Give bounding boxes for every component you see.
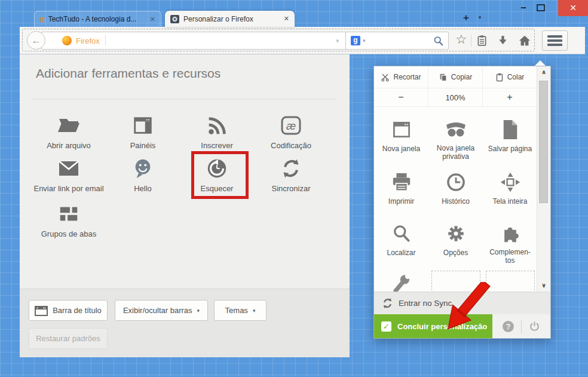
checkbox-check-icon: ✓	[381, 321, 391, 332]
palette-item-abrir-arquivo[interactable]: Abrir arquivo	[32, 112, 106, 151]
addons-icon	[483, 220, 537, 247]
menu-item-opcoes[interactable]: Opções	[428, 220, 483, 258]
close-button[interactable]: ✕	[558, 0, 588, 16]
sync-sign-in[interactable]: Entrar no Sync	[374, 292, 550, 314]
search-engine-caret-icon[interactable]: ▾	[363, 38, 366, 44]
find-icon	[374, 220, 428, 247]
scissors-icon	[381, 73, 390, 82]
palette-item-enviar-email[interactable]: Enviar link por email	[32, 155, 106, 194]
sync-icon	[382, 298, 393, 309]
url-separator	[105, 35, 106, 46]
maximize-button[interactable]	[537, 4, 545, 11]
tab-personalizar[interactable]: Personalizar o Firefox ✕	[165, 11, 295, 27]
save-page-icon	[483, 117, 537, 143]
scrollbar-thumb[interactable]	[539, 81, 548, 203]
menu-item-imprimir[interactable]: Imprimir	[374, 169, 428, 206]
toggle-toolbars-button[interactable]: Exibir/ocultar barras ▾	[115, 300, 208, 321]
customize-tab-favicon-icon	[170, 15, 179, 23]
zoom-level[interactable]: 100%	[428, 88, 482, 106]
tab-techtudo[interactable]: tt TechTudo - A tecnologia d... ✕	[34, 11, 161, 27]
scroll-up-icon[interactable]: ∧	[537, 69, 550, 75]
titlebar-button[interactable]: Barra de título	[29, 300, 108, 321]
folder-icon	[32, 112, 106, 139]
palette-item-inscrever[interactable]: Inscrever	[180, 112, 254, 151]
tab-list-caret-icon[interactable]: ▾	[475, 14, 485, 20]
sync-icon	[254, 155, 328, 182]
tab-groups-icon	[32, 200, 106, 228]
cut-button[interactable]: Recortar	[374, 66, 428, 88]
private-window-icon	[428, 117, 483, 143]
firefox-window: – ✕ tt TechTudo - A tecnologia d... ✕ Pe…	[0, 0, 588, 377]
menu-item-localizar[interactable]: Localizar	[374, 220, 428, 258]
tab-title: Personalizar o Firefox	[183, 15, 280, 23]
download-icon[interactable]	[495, 33, 510, 48]
palette-item-hello[interactable]: Hello	[106, 155, 180, 194]
url-bar[interactable]: Firefox ▾ ↻	[41, 32, 360, 50]
edit-controls-row: Recortar Copiar Colar	[374, 66, 537, 88]
palette-item-esquecer[interactable]: Esquecer	[180, 155, 254, 194]
tab-close-icon[interactable]: ✕	[284, 15, 289, 23]
scroll-down-icon[interactable]: ∨	[537, 282, 550, 289]
search-input[interactable]: g ▾	[345, 32, 449, 50]
bookmarks-menu-icon[interactable]	[474, 33, 489, 48]
divider	[521, 320, 522, 333]
minimize-button[interactable]: –	[517, 4, 529, 14]
palette-item-grupos-abas[interactable]: Grupos de abas	[32, 200, 106, 239]
back-button[interactable]: ←	[27, 31, 45, 50]
bookmark-star-icon[interactable]: ☆	[454, 32, 469, 47]
google-icon[interactable]: g	[351, 36, 360, 45]
email-icon	[32, 155, 106, 182]
menu-item-historico[interactable]: Histórico	[428, 169, 483, 206]
techtudo-favicon-icon: tt	[40, 16, 44, 23]
chevron-down-icon: ▾	[253, 308, 256, 314]
panel-scrollbar[interactable]: ∧ ∨	[537, 66, 550, 291]
panels-icon	[106, 112, 180, 139]
options-icon	[428, 220, 483, 247]
search-icon[interactable]	[433, 36, 443, 46]
zoom-in-button[interactable]: +	[482, 88, 537, 106]
restore-defaults-button[interactable]: Restaurar padrões	[29, 328, 108, 349]
customize-palette: Adicionar ferramentas e recursos Abrir a…	[20, 54, 350, 357]
panel-arrow-notch	[535, 60, 546, 66]
themes-button[interactable]: Temas ▾	[214, 300, 267, 321]
menu-button[interactable]	[542, 30, 568, 51]
hello-icon	[106, 155, 180, 182]
divider	[33, 99, 336, 99]
copy-button[interactable]: Copiar	[428, 66, 482, 88]
url-history-caret-icon[interactable]: ▾	[336, 37, 339, 45]
tab-close-icon[interactable]: ✕	[150, 16, 155, 23]
tab-title: TechTudo - A tecnologia d...	[48, 15, 146, 23]
toolbar-divider	[471, 35, 471, 47]
menu-item-complementos[interactable]: Complemen- tos	[483, 220, 537, 265]
palette-title: Adicionar ferramentas e recursos	[36, 66, 220, 81]
history-icon	[428, 169, 483, 195]
power-icon[interactable]	[529, 321, 540, 332]
navigation-toolbar: ← Firefox ▾ ↻ g ▾ ☆	[20, 27, 585, 54]
print-icon	[374, 169, 428, 195]
zoom-out-button[interactable]: −	[374, 88, 428, 106]
palette-item-paineis[interactable]: Painéis	[106, 112, 180, 151]
zoom-controls-row: − 100% +	[374, 88, 537, 107]
palette-item-codificacao[interactable]: æ Codificação	[254, 112, 328, 151]
new-window-icon	[374, 117, 428, 143]
rss-icon	[180, 112, 254, 139]
firefox-icon	[62, 36, 72, 45]
panel-footer-buttons: ?	[492, 314, 550, 339]
new-tab-button[interactable]: +	[460, 12, 472, 24]
maximize-icon	[537, 4, 545, 11]
menu-item-nova-janela[interactable]: Nova janela	[374, 117, 428, 154]
palette-item-sincronizar[interactable]: Sincronizar	[254, 155, 328, 194]
palette-footer: Barra de título Exibir/ocultar barras ▾ …	[20, 289, 350, 357]
paste-button[interactable]: Colar	[482, 66, 537, 88]
menu-item-salvar-pagina[interactable]: Salvar página	[483, 117, 537, 154]
menu-item-janela-privativa[interactable]: Nova janela privativa	[428, 117, 483, 161]
home-icon[interactable]	[517, 33, 532, 48]
titlebar-icon	[35, 305, 48, 316]
fullscreen-icon	[483, 169, 537, 195]
chevron-down-icon: ▾	[197, 308, 200, 314]
menu-panel-body: Recortar Copiar Colar − 100%	[373, 66, 551, 339]
exit-customize-button[interactable]: ✓ Concluir personalização	[374, 314, 492, 339]
svg-text:æ: æ	[286, 120, 296, 132]
help-icon[interactable]: ?	[503, 321, 514, 332]
menu-item-tela-inteira[interactable]: Tela inteira	[483, 169, 537, 206]
